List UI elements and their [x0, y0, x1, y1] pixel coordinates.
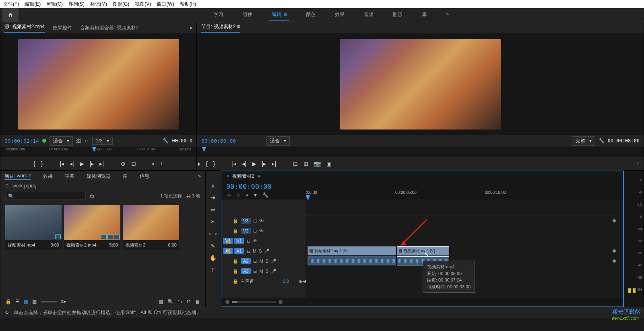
lock-icon[interactable]: 🔒	[233, 228, 238, 234]
home-button[interactable]	[2, 8, 19, 22]
pen-tool-icon[interactable]: ✎	[211, 243, 215, 249]
step-fwd-icon[interactable]: |▸	[90, 160, 94, 167]
menu-marker[interactable]: 标记(M)	[90, 1, 107, 8]
loop-icon[interactable]: ↔	[84, 138, 89, 144]
zoom-in-icon[interactable]	[279, 300, 283, 304]
go-in-icon[interactable]: |◂	[60, 160, 64, 167]
step-back-icon[interactable]: ◂|	[70, 160, 74, 167]
go-out-icon[interactable]: ▸|	[99, 160, 104, 167]
effects-tab[interactable]: 效果	[43, 173, 53, 180]
delete-icon[interactable]: 🗑	[195, 299, 200, 304]
zoom-slider[interactable]	[41, 301, 57, 302]
icon-view-icon[interactable]: ▦	[24, 299, 28, 304]
menu-help[interactable]: 帮助(H)	[180, 1, 196, 8]
track-area[interactable]: 视频素材2.mp4 [V] 视频素材.mp4 [V] ↖	[306, 199, 623, 298]
info-tab[interactable]: 信息	[140, 173, 149, 180]
add-button-icon[interactable]: +	[636, 160, 640, 167]
lock-icon[interactable]: 🔒	[226, 249, 231, 254]
hscroll[interactable]	[232, 301, 276, 303]
sync-lock-icon[interactable]	[613, 259, 616, 263]
bin-item[interactable]: 视频素材.mp43:00	[5, 205, 62, 250]
captions-tab[interactable]: 字幕	[65, 173, 74, 180]
program-tab[interactable]: 节目: 视频素材2 ≡	[201, 23, 240, 33]
program-timecode[interactable]: 00:00:00:00	[201, 138, 236, 144]
lock-icon[interactable]: 🔒	[226, 238, 231, 244]
linked-selection-icon[interactable]: ∩	[237, 192, 240, 198]
media-browser-tab[interactable]: 媒体浏览器	[87, 173, 111, 180]
lock-icon[interactable]: 🔒	[233, 279, 238, 284]
source-zoom-dropdown[interactable]: 1/2 ▾	[92, 137, 113, 145]
source-monitor[interactable]	[0, 33, 196, 135]
source-fit-dropdown[interactable]: 适合 ▾	[50, 136, 73, 146]
ws-library[interactable]: 库	[419, 10, 429, 21]
extract-icon[interactable]: ⊞	[303, 160, 308, 167]
menu-view[interactable]: 视图(V)	[135, 1, 151, 8]
video-clip[interactable]: 视频素材2.mp4 [V]	[308, 246, 396, 255]
new-bin-icon[interactable]: 🗀	[90, 193, 95, 199]
close-icon[interactable]: ×	[226, 173, 229, 179]
mark-out-icon[interactable]: }	[213, 160, 215, 167]
lock-icon[interactable]: 🔒	[233, 269, 238, 274]
timeline-timecode[interactable]: 00:00:00:00	[226, 183, 306, 191]
go-out-icon[interactable]: ▸|	[272, 160, 276, 167]
settings-icon[interactable]: 🔧	[262, 192, 268, 198]
sort-icon[interactable]: ≡▾	[61, 299, 66, 304]
freeform-view-icon[interactable]: ▧	[32, 299, 37, 304]
sync-lock-icon[interactable]	[613, 219, 616, 222]
comparison-icon[interactable]: ▣	[326, 160, 332, 167]
track-select-tool-icon[interactable]: ⇥	[211, 194, 215, 201]
eye-icon[interactable]: ⊟	[253, 218, 257, 224]
ws-edit[interactable]: 编辑 ≡	[269, 10, 289, 21]
export-frame-icon[interactable]: 📷	[314, 160, 321, 167]
wrench-icon[interactable]: 🔧	[599, 138, 605, 144]
new-item-icon[interactable]: 🗋	[186, 299, 191, 304]
sync-icon[interactable]: ↻	[5, 310, 9, 315]
video-clip-selected[interactable]: 视频素材.mp4 [V]	[397, 246, 449, 255]
razor-tool-icon[interactable]: ✂	[211, 218, 215, 225]
project-tab[interactable]: 项目: work ≡	[4, 173, 31, 180]
program-quality-dropdown[interactable]: 完整 ▾	[572, 136, 595, 146]
add-marker-icon[interactable]: ♦	[197, 160, 200, 167]
mark-in-icon[interactable]: {	[33, 160, 35, 167]
project-search-input[interactable]	[5, 192, 86, 200]
program-ruler[interactable]	[197, 147, 644, 157]
play-icon[interactable]: ▶	[80, 160, 84, 167]
program-playhead[interactable]	[202, 147, 206, 152]
program-monitor[interactable]	[197, 33, 644, 135]
marker-icon[interactable]: 🖼	[76, 138, 81, 144]
menu-edit[interactable]: 编辑(E)	[25, 1, 41, 8]
step-fwd-icon[interactable]: |▸	[262, 160, 266, 167]
menu-graphics[interactable]: 图形(G)	[113, 1, 129, 8]
ws-graphics[interactable]: 图形	[390, 10, 405, 21]
go-in-icon[interactable]: |◂	[232, 160, 237, 167]
hand-tool-icon[interactable]: ✋	[210, 255, 217, 261]
add-button-icon[interactable]: +	[160, 160, 163, 167]
type-tool-icon[interactable]: T	[211, 267, 215, 273]
source-tab[interactable]: 源: 视频素材2.mp4	[4, 23, 45, 33]
new-bin-icon[interactable]: 🗀	[178, 299, 182, 304]
marker-icon[interactable]: ♦	[246, 192, 248, 198]
wrench-icon[interactable]: 🔧	[163, 138, 169, 144]
ws-effects[interactable]: 效果	[332, 10, 347, 21]
audio-mixer-tab[interactable]: 音频剪辑混合器: 视频素材2	[80, 25, 138, 31]
overflow-chevron-icon[interactable]: »	[190, 25, 192, 31]
menu-sequence[interactable]: 序列(S)	[68, 1, 85, 8]
sequence-name[interactable]: 视频素材2	[232, 173, 254, 180]
ripple-tool-icon[interactable]: ⇔	[211, 206, 215, 213]
menu-clip[interactable]: 剪辑(C)	[46, 1, 63, 8]
effect-controls-tab[interactable]: 效果控件	[53, 25, 72, 31]
mark-in-icon[interactable]: {	[206, 160, 208, 167]
mark-out-icon[interactable]: }	[41, 160, 43, 167]
libraries-tab[interactable]: 库	[123, 173, 128, 180]
ws-assembly[interactable]: 组件	[240, 10, 255, 21]
lift-icon[interactable]: ⊟	[293, 160, 298, 167]
source-timecode[interactable]: 00:00:02:14	[4, 138, 39, 144]
lock-icon[interactable]: 🔒	[5, 299, 11, 304]
ws-overflow[interactable]: »	[444, 10, 451, 21]
audio-clip[interactable]	[308, 256, 396, 265]
snap-icon[interactable]: ⊹	[227, 192, 231, 198]
lock-icon[interactable]: 🔒	[233, 259, 238, 264]
lock-icon[interactable]: 🔒	[233, 218, 238, 224]
overflow-chevron-icon[interactable]: »	[198, 173, 201, 179]
bin-item[interactable]: 视频素材2.mp45:00	[64, 205, 120, 250]
